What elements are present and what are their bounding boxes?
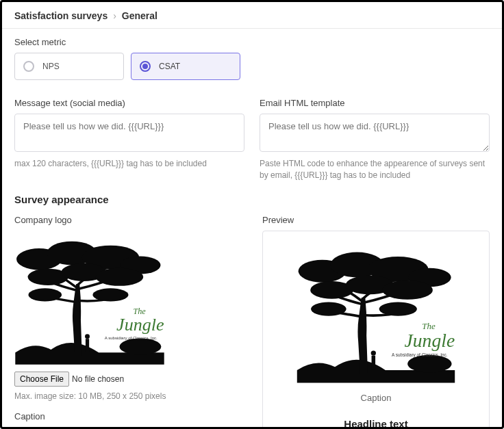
company-logo-image (14, 231, 165, 367)
breadcrumb-current: General (122, 10, 158, 21)
choose-file-button[interactable]: Choose File (14, 372, 69, 387)
message-text-helper: max 120 characters, {{{URL}}} tag has to… (14, 158, 244, 170)
company-logo-label: Company logo (14, 215, 247, 225)
select-metric-label: Select metric (14, 37, 490, 47)
preview-headline: Headline text (344, 418, 407, 429)
survey-appearance-heading: Survey appearance (14, 194, 490, 205)
preview-label: Preview (262, 215, 490, 225)
email-template-label: Email HTML template (260, 98, 490, 108)
logo-size-hint: Max. image size: 10 MB, 250 x 250 pixels (14, 391, 247, 402)
metric-csat-option[interactable]: CSAT (131, 53, 240, 80)
email-template-helper: Paste HTML code to enhance the appearenc… (260, 158, 490, 181)
caption-label: Caption (14, 411, 247, 421)
preview-caption: Caption (361, 393, 392, 403)
metric-nps-label: NPS (42, 62, 60, 71)
message-text-label: Message text (social media) (14, 98, 244, 108)
preview-panel: Caption Headline text (262, 231, 490, 429)
radio-icon (140, 61, 151, 72)
radio-icon (23, 61, 34, 72)
breadcrumb: Satisfaction surveys › General (2, 2, 502, 29)
metric-radio-group: NPS CSAT (14, 53, 490, 80)
email-template-input[interactable] (260, 114, 490, 152)
breadcrumb-root[interactable]: Satisfaction surveys (14, 10, 108, 21)
metric-nps-option[interactable]: NPS (14, 53, 124, 80)
message-text-input[interactable] (14, 114, 244, 152)
choose-file-status: No file chosen (72, 374, 124, 384)
preview-logo-image (290, 241, 462, 386)
metric-csat-label: CSAT (159, 62, 180, 71)
chevron-right-icon: › (113, 10, 116, 21)
